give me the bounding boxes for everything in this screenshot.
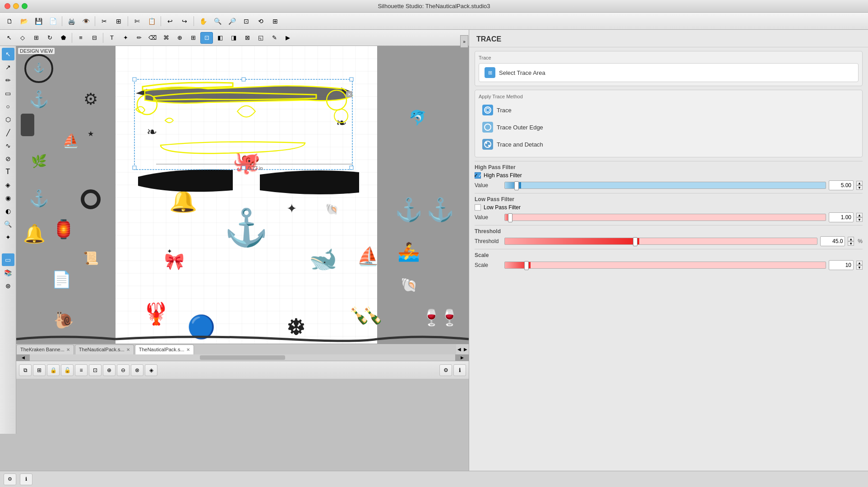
replicate-btn[interactable]: ⊞: [187, 32, 199, 44]
zoom-in-button[interactable]: 🔍: [211, 15, 224, 28]
zoom-tool-left[interactable]: 🔍: [2, 218, 14, 230]
rotate-tool-btn[interactable]: ↻: [43, 32, 56, 44]
group-button[interactable]: ⧉: [19, 364, 32, 376]
high-pass-up[interactable]: ▲: [856, 181, 863, 185]
pan-button[interactable]: ✋: [196, 15, 210, 28]
high-pass-thumb[interactable]: [514, 181, 519, 190]
align-button[interactable]: ≡: [75, 364, 88, 376]
grid-btn[interactable]: ⊞: [30, 32, 42, 44]
threshold-slider[interactable]: [504, 238, 817, 245]
direct-select-tool[interactable]: ↗: [2, 61, 14, 74]
high-pass-value-input[interactable]: 5.00: [829, 180, 854, 190]
low-pass-slider[interactable]: [504, 214, 826, 221]
threshold-value-input[interactable]: 45.0: [820, 236, 845, 246]
scale-down[interactable]: ▼: [856, 265, 863, 270]
polygon-tool[interactable]: ⬡: [2, 113, 14, 126]
pattern-fill-btn[interactable]: ✦: [119, 32, 132, 44]
status-gear-btn[interactable]: ⚙: [4, 473, 16, 485]
library-btn[interactable]: ✎: [268, 32, 281, 44]
tab-scroll-left[interactable]: ◀: [456, 345, 462, 354]
zoom-fit-button[interactable]: ⊡: [240, 15, 253, 28]
tab-0-close[interactable]: ✕: [66, 347, 70, 352]
sketch-btn[interactable]: ✏: [133, 32, 145, 44]
cut-settings-btn[interactable]: ⊠: [241, 32, 254, 44]
combine-button[interactable]: ⊕: [103, 364, 115, 376]
low-pass-thumb[interactable]: [508, 213, 512, 222]
line-tool-left[interactable]: ╱: [2, 126, 14, 139]
double-line-btn[interactable]: ⊟: [88, 32, 101, 44]
text-tool[interactable]: T: [2, 165, 14, 178]
tab-scroll-right[interactable]: ▶: [462, 345, 469, 354]
cut-button[interactable]: ✄: [130, 15, 144, 28]
scale-value-input[interactable]: 10: [829, 260, 854, 270]
rotate-button[interactable]: ⟲: [254, 15, 268, 28]
paste-button[interactable]: 📋: [145, 15, 158, 28]
eyedropper-tool[interactable]: ◉: [2, 192, 14, 204]
pointer-tool[interactable]: ↖: [2, 48, 14, 60]
open-button[interactable]: 📂: [17, 15, 31, 28]
eraser-btn[interactable]: ⌫: [146, 32, 159, 44]
lock-button[interactable]: 🔒: [47, 364, 60, 376]
save-as-button[interactable]: 📄: [46, 15, 60, 28]
zoom-fit-page-button[interactable]: ⊞: [268, 15, 282, 28]
print-button[interactable]: 🖨️: [65, 15, 78, 28]
tab-1-close[interactable]: ✕: [126, 347, 130, 352]
scale-thumb[interactable]: [524, 261, 529, 270]
low-pass-value-input[interactable]: 1.00: [829, 212, 854, 222]
print-preview-button[interactable]: 👁️: [79, 15, 92, 28]
pointer-tool-btn[interactable]: ↖: [3, 32, 15, 44]
ellipse-tool[interactable]: ○: [2, 100, 14, 113]
low-pass-down[interactable]: ▼: [856, 217, 863, 222]
page-view-btn[interactable]: ▭: [2, 253, 14, 266]
hscroll-thumb[interactable]: [200, 355, 285, 360]
minimize-button[interactable]: [13, 3, 19, 9]
pencil-tool[interactable]: ✏: [2, 74, 14, 87]
select-trace-area-button[interactable]: ⊞ Select Trace Area: [479, 63, 859, 82]
subtract-button[interactable]: ⊖: [117, 364, 129, 376]
zoom-out-button[interactable]: 🔎: [225, 15, 239, 28]
canvas-horizontal-scrollbar[interactable]: ◀ ▶: [16, 354, 469, 361]
scale-up[interactable]: ▲: [856, 261, 863, 265]
info-button-bottom[interactable]: ℹ: [453, 364, 466, 376]
low-pass-up[interactable]: ▲: [856, 213, 863, 217]
undo-button[interactable]: ↩: [163, 15, 177, 28]
tab-0[interactable]: TheKraken Banne... ✕: [16, 345, 74, 354]
print-cut-btn[interactable]: ◧: [214, 32, 226, 44]
hscroll-left[interactable]: ◀: [16, 354, 30, 361]
status-info-btn[interactable]: ℹ: [20, 473, 32, 485]
settings-button-bottom[interactable]: ⚙: [439, 364, 452, 376]
line-btn[interactable]: ≡: [74, 32, 87, 44]
trace-btn[interactable]: ⊡: [200, 32, 213, 44]
tab-2[interactable]: TheNauticalPack.s... ✕: [135, 345, 194, 354]
tab-1[interactable]: TheNauticalPack.s... ✕: [75, 345, 134, 354]
close-path-button[interactable]: ⊡: [89, 364, 102, 376]
library-view-btn[interactable]: 📚: [2, 266, 14, 279]
unlock-button[interactable]: 🔓: [61, 364, 74, 376]
new-button[interactable]: 🗋: [3, 15, 16, 28]
shape-tool-btn[interactable]: ⬟: [57, 32, 69, 44]
rectangle-tool[interactable]: ▭: [2, 87, 14, 100]
threshold-down[interactable]: ▼: [848, 241, 854, 246]
knife-tool-left[interactable]: ✦: [2, 231, 14, 244]
cut-preview-button[interactable]: ⊞: [112, 15, 125, 28]
hscroll-right[interactable]: ▶: [455, 354, 469, 361]
threshold-thumb[interactable]: [633, 237, 637, 246]
node-tool-btn[interactable]: ◇: [16, 32, 29, 44]
threshold-up[interactable]: ▲: [848, 237, 854, 241]
trace-and-detach-btn[interactable]: Trace and Detach: [479, 136, 859, 152]
cut-file-button[interactable]: ✂: [97, 15, 111, 28]
low-pass-checkbox[interactable]: [475, 204, 481, 211]
tab-2-close[interactable]: ✕: [186, 347, 190, 352]
send-btn[interactable]: ▶: [282, 32, 294, 44]
page-setup-btn[interactable]: ◱: [254, 32, 267, 44]
close-button[interactable]: [5, 3, 10, 9]
distort-btn[interactable]: ⊕: [173, 32, 186, 44]
redo-button[interactable]: ↪: [178, 15, 191, 28]
bezier-tool[interactable]: ∿: [2, 139, 14, 152]
high-pass-slider[interactable]: [504, 182, 826, 189]
ungroup-button[interactable]: ⊞: [33, 364, 46, 376]
trace-method-trace-btn[interactable]: Trace: [479, 102, 859, 118]
high-pass-down[interactable]: ▼: [856, 185, 863, 190]
warp-btn[interactable]: ⌘: [160, 32, 172, 44]
maximize-button[interactable]: [22, 3, 28, 9]
